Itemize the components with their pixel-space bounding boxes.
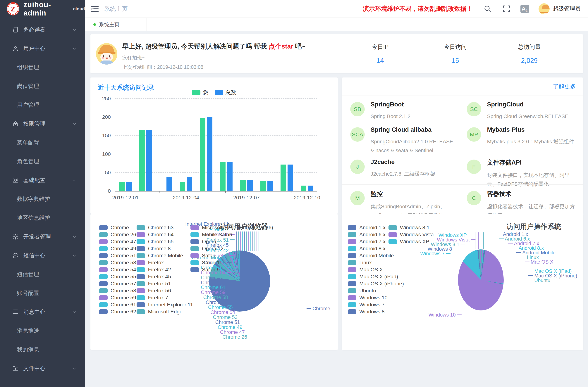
- legend-label: Chrome 26: [110, 232, 136, 238]
- legend-item-Mac OS X[interactable]: Mac OS X: [348, 266, 404, 273]
- stat-value[interactable]: 14: [349, 57, 412, 64]
- sidebar-item-17[interactable]: 我的消息: [0, 340, 85, 359]
- sidebar-item-5[interactable]: 权限管理: [0, 114, 85, 133]
- legend-label: Firefox 45: [148, 274, 171, 280]
- bar-2019-12-02: [139, 130, 145, 191]
- chevron-down-icon: [72, 46, 77, 51]
- legend-item-Firefox 45[interactable]: Firefox 45: [137, 273, 193, 280]
- legend-item-Chrome[interactable]: Chrome: [99, 224, 136, 231]
- legend-item-Windows 8.1[interactable]: Windows 8.1: [388, 224, 434, 231]
- sidebar-item-8[interactable]: 基础配置: [0, 171, 85, 190]
- legend-item-Android Mobile[interactable]: Android Mobile: [348, 252, 404, 259]
- tech-card-J[interactable]: JJ2cacheJ2cache2.7.8: 二级缓存框架: [342, 153, 458, 184]
- legend-item-Chrome 63[interactable]: Chrome 63: [137, 224, 193, 231]
- legend-item-Firefox 7[interactable]: Firefox 7: [137, 294, 193, 301]
- legend-item-Chrome 64[interactable]: Chrome 64: [137, 231, 193, 238]
- learn-more-link[interactable]: 了解更多: [553, 83, 576, 90]
- legend-item-Firefox 51[interactable]: Firefox 51: [137, 280, 193, 287]
- tech-card-SCA[interactable]: SCASpring Cloud alibabaSpringCloudAlibab…: [342, 121, 458, 153]
- legend-item-Linux[interactable]: Linux: [348, 259, 404, 266]
- legend-item-Chrome 47[interactable]: Chrome 47: [99, 238, 136, 245]
- legend-item-Firefox 56[interactable]: Firefox 56: [137, 287, 193, 294]
- legend-item-Ubuntu[interactable]: Ubuntu: [348, 287, 404, 294]
- sidebar-item-label: 消息中心: [23, 308, 45, 316]
- tech-card-SB[interactable]: SBSpringBootSpring Boot 2.1.2: [342, 96, 458, 121]
- legend-item-Microsoft Edge[interactable]: Microsoft Edge: [137, 308, 193, 315]
- legend-item-Firefox[interactable]: Firefox: [137, 259, 193, 266]
- sidebar-item-16[interactable]: 消息推送: [0, 321, 85, 340]
- sidebar-item-15[interactable]: 消息中心: [0, 303, 85, 321]
- sidebar-item-2[interactable]: 组织管理: [0, 58, 85, 77]
- legend-item-Chrome Mobile[interactable]: Chrome Mobile: [137, 252, 193, 259]
- bar-legend-item-您[interactable]: 您: [192, 89, 208, 96]
- legend-item-Internet Explorer 11[interactable]: Internet Explorer 11: [137, 301, 193, 308]
- legend-item-Chrome 49[interactable]: Chrome 49: [99, 245, 136, 252]
- legend-item-Chrome 62[interactable]: Chrome 62: [99, 308, 136, 315]
- language-switch-icon[interactable]: A文: [521, 5, 529, 13]
- legend-label: Chrome 58: [110, 288, 136, 294]
- legend-item-Mac OS X (iPhone)[interactable]: Mac OS X (iPhone): [348, 280, 404, 287]
- tab-home[interactable]: 系统主页: [85, 18, 147, 31]
- pie-callout-Windows 10: Windows 10: [429, 312, 463, 318]
- sidebar-item-11[interactable]: 开发者管理: [0, 227, 85, 246]
- legend-swatch: [348, 253, 356, 258]
- logo[interactable]: Z zuihou-admin cloud: [0, 0, 85, 18]
- sidebar-item-9[interactable]: 数据字典维护: [0, 190, 85, 208]
- collapse-menu-icon[interactable]: [91, 6, 99, 12]
- legend-item-Chrome 51[interactable]: Chrome 51: [99, 252, 136, 259]
- legend-item-Chrome 61[interactable]: Chrome 61: [99, 301, 136, 308]
- legend-item-Chrome 8[interactable]: Chrome 8: [137, 245, 193, 252]
- fullscreen-icon[interactable]: [503, 5, 510, 13]
- sidebar-item-1[interactable]: 用户中心: [0, 39, 85, 58]
- legend-item-Chrome 59[interactable]: Chrome 59: [99, 294, 136, 301]
- sidebar-item-0[interactable]: 务必详看: [0, 20, 85, 39]
- legend-item-Chrome 53[interactable]: Chrome 53: [99, 259, 136, 266]
- legend-item-Chrome 54[interactable]: Chrome 54: [99, 266, 136, 273]
- legend-item-Chrome 65[interactable]: Chrome 65: [137, 238, 193, 245]
- sidebar-item-4[interactable]: 用户管理: [0, 96, 85, 114]
- sidebar-item-label: 基础配置: [23, 177, 45, 184]
- legend-item-Mobile Safari[interactable]: Mobile Safari: [190, 231, 273, 238]
- legend-item-Firefox 42[interactable]: Firefox 42: [137, 266, 193, 273]
- sidebar-item-3[interactable]: 岗位管理: [0, 77, 85, 96]
- search-icon[interactable]: [484, 5, 491, 13]
- tech-card-MP[interactable]: MPMybatis-PlusMybatis-plus 3.2.0：Mybatis…: [458, 121, 583, 153]
- legend-item-Windows Vista[interactable]: Windows Vista: [388, 231, 434, 238]
- legend-item-Safari 9[interactable]: Safari 9: [190, 266, 273, 273]
- star-link[interactable]: 点个star: [269, 43, 293, 50]
- legend-item-Chrome 55[interactable]: Chrome 55: [99, 273, 136, 280]
- tech-card-C[interactable]: C容器技术虚拟化容器技术，让迁移、部署更加方便快捷: [458, 184, 583, 214]
- legend-item-Chrome 58[interactable]: Chrome 58: [99, 287, 136, 294]
- sidebar-item-12[interactable]: 短信中心: [0, 246, 85, 265]
- tech-card-F[interactable]: F文件存储API封装文件接口，实现本地存储、阿里云、FastDFS存储的配置化: [458, 153, 583, 184]
- legend-swatch: [190, 239, 199, 244]
- sidebar-item-13[interactable]: 短信管理: [0, 265, 85, 284]
- legend-item-Opera 12[interactable]: Opera 12: [190, 245, 273, 252]
- sidebar-item-label: 用户中心: [23, 45, 45, 52]
- legend-item-Opera[interactable]: Opera: [190, 238, 273, 245]
- legend-label: Firefox 7: [148, 295, 168, 301]
- tech-card-SC[interactable]: SCSpringCloudSpring Cloud Greenwich.RELE…: [458, 96, 583, 121]
- sidebar-item-label: 务必详看: [23, 26, 45, 34]
- sidebar-item-18[interactable]: 文件中心: [0, 359, 85, 378]
- legend-label: Android 8.x: [359, 246, 386, 252]
- legend-item-Chrome 57[interactable]: Chrome 57: [99, 280, 136, 287]
- tech-card-M[interactable]: M监控集成SpringBootAdmin、Zipkin、Redis、Mysql、…: [342, 184, 458, 214]
- legend-item-Windows 8[interactable]: Windows 8: [348, 308, 404, 315]
- user-menu[interactable]: 超级管理员: [539, 3, 581, 14]
- stat-value[interactable]: 15: [424, 57, 487, 64]
- sidebar-item-6[interactable]: 菜单配置: [0, 133, 85, 152]
- legend-item-Safari 11[interactable]: Safari 11: [190, 259, 273, 266]
- bar-legend-item-总数[interactable]: 总数: [215, 89, 236, 96]
- legend-item-Mac OS X (iPad)[interactable]: Mac OS X (iPad): [348, 273, 404, 280]
- legend-item-Windows 7[interactable]: Windows 7: [348, 301, 404, 308]
- legend-item-Chrome 26[interactable]: Chrome 26: [99, 231, 136, 238]
- sidebar-item-10[interactable]: 地区信息维护: [0, 208, 85, 227]
- legend-item-Windows XP[interactable]: Windows XP: [388, 238, 434, 245]
- legend-item-Windows 10[interactable]: Windows 10: [348, 294, 404, 301]
- legend-item-Safari[interactable]: Safari: [190, 252, 273, 259]
- sidebar-item-14[interactable]: 账号配置: [0, 284, 85, 303]
- legend-item-Android 8.x[interactable]: Android 8.x: [348, 245, 404, 252]
- stat-value[interactable]: 2,029: [498, 57, 561, 64]
- sidebar-item-7[interactable]: 角色管理: [0, 152, 85, 171]
